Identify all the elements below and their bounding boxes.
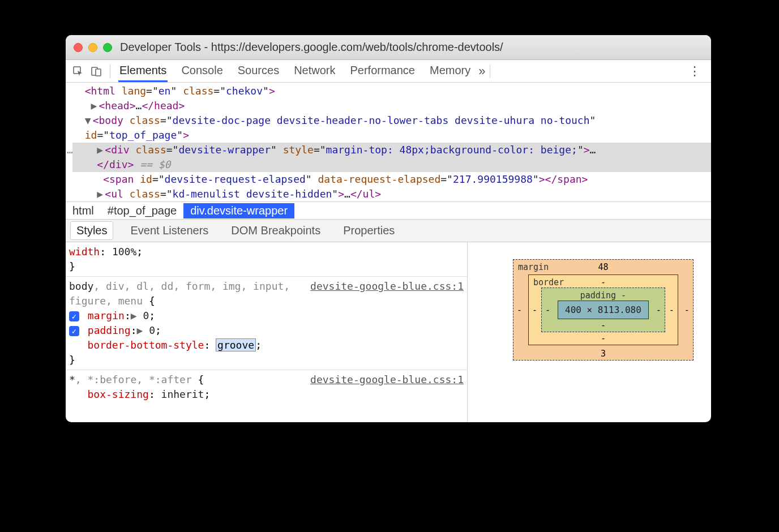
window-title: Developer Tools - https://developers.goo… bbox=[120, 41, 503, 54]
close-icon[interactable] bbox=[74, 43, 83, 52]
tab-sources[interactable]: Sources bbox=[237, 61, 280, 82]
device-mode-icon[interactable] bbox=[87, 62, 105, 80]
margin-top[interactable]: 48 bbox=[598, 262, 608, 272]
breadcrumb-item[interactable]: #top_of_page bbox=[101, 203, 183, 218]
styles-pane[interactable]: width: 100%;} devsite-google-blue.css:1 … bbox=[66, 242, 468, 422]
breadcrumb-item-selected[interactable]: div.devsite-wrapper bbox=[183, 203, 294, 218]
settings-menu-icon[interactable]: ⋮ bbox=[682, 64, 708, 79]
selector[interactable]: body bbox=[69, 280, 93, 292]
margin-label: margin bbox=[518, 262, 549, 272]
panel-tabs: Elements Console Sources Network Perform… bbox=[118, 61, 472, 82]
styles-subtabs: Styles Event Listeners DOM Breakpoints P… bbox=[66, 220, 711, 242]
subtab-styles[interactable]: Styles bbox=[70, 221, 113, 240]
border-right[interactable]: - bbox=[669, 305, 674, 315]
property-checkbox[interactable]: ✓ bbox=[69, 311, 79, 321]
selector-rest: , div, dl, dd, form, img, input, figure,… bbox=[69, 280, 290, 307]
subtab-event-listeners[interactable]: Event Listeners bbox=[125, 222, 214, 239]
lower-panes: width: 100%;} devsite-google-blue.css:1 … bbox=[66, 242, 711, 422]
padding-left[interactable]: - bbox=[545, 305, 550, 315]
tab-console[interactable]: Console bbox=[180, 61, 224, 82]
dom-node[interactable]: <span id="devsite-request-elapsed" data-… bbox=[72, 172, 711, 187]
border-label: border bbox=[533, 277, 564, 288]
rule-separator bbox=[66, 276, 467, 277]
tab-network[interactable]: Network bbox=[293, 61, 336, 82]
margin-right[interactable]: - bbox=[684, 305, 690, 315]
tab-memory[interactable]: Memory bbox=[429, 61, 472, 82]
dom-node[interactable]: ▶<ul class="kd-menulist devsite-hidden">… bbox=[72, 187, 711, 201]
dom-node-selected[interactable]: ▶<div class="devsite-wrapper" style="mar… bbox=[72, 143, 711, 172]
breadcrumb: html #top_of_page div.devsite-wrapper bbox=[66, 201, 711, 220]
dom-node[interactable]: <html lang="en" class="chekov"> bbox=[72, 84, 711, 98]
css-rule[interactable]: devsite-google-blue.css:1 *, *:before, *… bbox=[69, 372, 464, 402]
zoom-icon[interactable] bbox=[103, 43, 112, 52]
tab-performance[interactable]: Performance bbox=[349, 61, 417, 82]
dom-node[interactable]: ▼<body class="devsite-doc-page devsite-h… bbox=[72, 113, 711, 143]
titlebar[interactable]: Developer Tools - https://developers.goo… bbox=[66, 35, 711, 60]
property-checkbox[interactable]: ✓ bbox=[69, 326, 79, 336]
subtab-dom-breakpoints[interactable]: DOM Breakpoints bbox=[225, 222, 326, 239]
subtab-properties[interactable]: Properties bbox=[337, 222, 400, 239]
minimize-icon[interactable] bbox=[88, 43, 97, 52]
breadcrumb-item[interactable]: html bbox=[66, 203, 101, 218]
padding-right[interactable]: - bbox=[656, 305, 661, 315]
source-link[interactable]: devsite-google-blue.css:1 bbox=[310, 279, 464, 294]
dom-node[interactable]: ▶<head>…</head> bbox=[72, 98, 711, 113]
box-model-pane[interactable]: margin 48 - - 3 border - - - - padding -… bbox=[468, 242, 711, 422]
editing-value[interactable]: groove bbox=[216, 339, 255, 351]
border-bottom[interactable]: - bbox=[601, 333, 606, 344]
tabs-overflow-icon[interactable]: » bbox=[478, 64, 485, 79]
box-model-margin[interactable]: margin 48 - - 3 border - - - - padding -… bbox=[513, 259, 694, 361]
tab-elements[interactable]: Elements bbox=[118, 61, 168, 82]
toolbar-separator bbox=[110, 65, 110, 78]
margin-bottom[interactable]: 3 bbox=[601, 349, 606, 359]
source-link[interactable]: devsite-google-blue.css:1 bbox=[310, 372, 464, 387]
css-rule[interactable]: devsite-google-blue.css:1 body, div, dl,… bbox=[69, 279, 464, 367]
padding-bottom[interactable]: - bbox=[601, 320, 606, 331]
box-model-border[interactable]: border - - - - padding - - - - 400 × 811… bbox=[528, 274, 678, 345]
rule-separator bbox=[66, 370, 467, 370]
main-toolbar: Elements Console Sources Network Perform… bbox=[66, 60, 711, 83]
box-model-content[interactable]: 400 × 8113.080 bbox=[558, 301, 649, 319]
border-top[interactable]: - bbox=[601, 277, 606, 288]
window-controls bbox=[74, 43, 112, 52]
svg-rect-2 bbox=[96, 69, 101, 76]
box-model-padding[interactable]: padding - - - - 400 × 8113.080 bbox=[541, 288, 665, 332]
css-rule[interactable]: width: 100%;} bbox=[69, 244, 464, 274]
margin-left[interactable]: - bbox=[517, 305, 522, 315]
inspect-icon[interactable] bbox=[69, 62, 87, 80]
selector[interactable]: * bbox=[69, 374, 75, 385]
padding-label: padding - bbox=[580, 290, 626, 301]
selector-rest: , *:before, *:after bbox=[75, 374, 192, 385]
devtools-window: Developer Tools - https://developers.goo… bbox=[66, 35, 711, 422]
border-left[interactable]: - bbox=[532, 305, 537, 315]
dom-tree[interactable]: <html lang="en" class="chekov"> ▶<head>…… bbox=[66, 83, 711, 201]
toolbar-separator bbox=[490, 65, 490, 78]
